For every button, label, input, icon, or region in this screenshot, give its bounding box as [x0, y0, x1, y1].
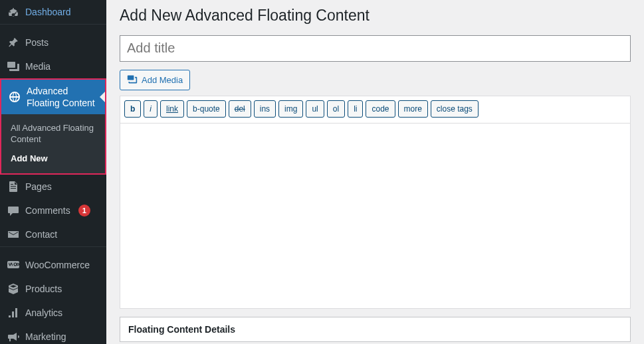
sidebar-item-contact[interactable]: Contact [0, 222, 106, 246]
admin-sidebar: Dashboard Posts Media Advanced Floating … [0, 0, 106, 344]
sidebar-item-pages[interactable]: Pages [0, 175, 106, 199]
sidebar-item-label: Dashboard [25, 6, 71, 18]
sidebar-item-products[interactable]: Products [0, 277, 106, 301]
sidebar-item-dashboard[interactable]: Dashboard [0, 0, 106, 24]
mail-icon [7, 228, 20, 241]
sidebar-item-label: Products [25, 283, 62, 295]
qt-italic-button[interactable]: i [144, 100, 158, 118]
add-media-label: Add Media [142, 75, 183, 85]
sidebar-item-posts[interactable]: Posts [0, 31, 106, 54]
woo-icon [7, 258, 20, 272]
sidebar-item-comments[interactable]: Comments 1 [0, 199, 106, 222]
metabox-title: Floating Content Details [120, 317, 630, 341]
metabox-floating-content: Floating Content Details [120, 317, 631, 342]
qt-img-button[interactable]: img [278, 100, 303, 118]
media-icon [7, 60, 20, 73]
sidebar-separator [0, 246, 106, 253]
submenu-item-add-new[interactable]: Add New [1, 149, 105, 169]
qt-more-button[interactable]: more [398, 100, 428, 118]
sidebar-item-label: Media [25, 60, 51, 72]
box-icon [7, 282, 20, 296]
analytics-icon [7, 306, 20, 319]
dashboard-icon [7, 5, 20, 19]
qt-ol-button[interactable]: ol [327, 100, 345, 118]
qt-ins-button[interactable]: ins [254, 100, 276, 118]
sidebar-item-advanced-floating-content[interactable]: Advanced Floating Content [1, 80, 105, 114]
post-title-input[interactable] [120, 35, 631, 62]
qt-link-button[interactable]: link [160, 100, 184, 118]
qt-bquote-button[interactable]: b-quote [187, 100, 226, 118]
highlight-box: Advanced Floating Content All Advanced F… [0, 78, 106, 175]
sidebar-item-label: Analytics [25, 307, 62, 319]
sidebar-item-woocommerce[interactable]: WooCommerce [0, 253, 106, 277]
qt-close-tags-button[interactable]: close tags [431, 100, 479, 118]
sidebar-item-marketing[interactable]: Marketing [0, 325, 106, 344]
qt-del-button[interactable]: del [229, 100, 251, 118]
pages-icon [7, 180, 20, 193]
comment-count-badge: 1 [78, 205, 90, 216]
comment-icon [7, 204, 20, 217]
sidebar-item-label: WooCommerce [25, 259, 90, 271]
sidebar-item-label: Comments [25, 205, 70, 216]
sidebar-item-label: Posts [25, 37, 49, 48]
quicktags-toolbar: b i link b-quote del ins img ul ol li co… [120, 96, 630, 124]
page-title: Add New Advanced Floating Content [120, 0, 631, 29]
add-media-button[interactable]: Add Media [120, 70, 190, 90]
editor-wrap: b i link b-quote del ins img ul ol li co… [120, 96, 631, 309]
camera-icon [127, 74, 138, 86]
content-textarea[interactable] [120, 124, 630, 308]
pin-icon [7, 36, 20, 49]
qt-code-button[interactable]: code [366, 100, 395, 118]
megaphone-icon [7, 330, 20, 343]
qt-li-button[interactable]: li [348, 100, 363, 118]
qt-ul-button[interactable]: ul [306, 100, 324, 118]
globe-icon [8, 90, 21, 104]
sidebar-item-analytics[interactable]: Analytics [0, 301, 106, 325]
sidebar-submenu: All Advanced Floating Content Add New [1, 114, 105, 173]
submenu-item-all[interactable]: All Advanced Floating Content [1, 119, 105, 149]
sidebar-item-label: Marketing [25, 331, 66, 343]
sidebar-item-label: Advanced Floating Content [27, 85, 100, 109]
sidebar-item-media[interactable]: Media [0, 54, 106, 78]
main-content: Add New Advanced Floating Content Add Me… [106, 0, 644, 344]
qt-bold-button[interactable]: b [124, 100, 141, 118]
sidebar-item-label: Pages [25, 181, 52, 193]
sidebar-separator [0, 24, 106, 31]
sidebar-item-label: Contact [25, 228, 57, 240]
